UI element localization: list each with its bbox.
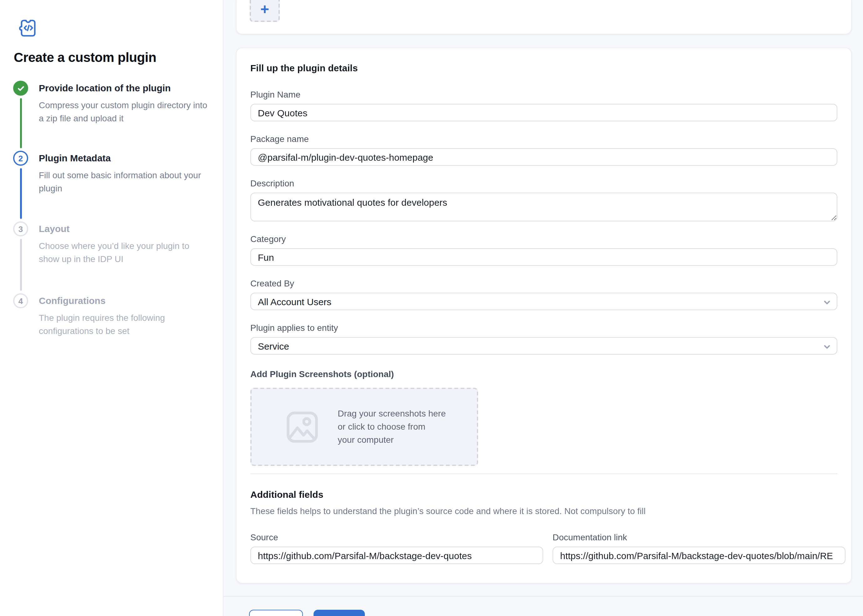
card-heading: Fill up the plugin details — [250, 63, 837, 73]
step-item-plugin-metadata: 2 Plugin Metadata Fill out some basic in… — [13, 151, 210, 195]
code-plugin-logo-icon — [17, 19, 38, 38]
upload-strip-card: + — [236, 0, 852, 35]
entity-label: Plugin applies to entity — [250, 323, 837, 333]
create-custom-plugin-page: Create a custom plugin Provide location … — [0, 0, 863, 616]
wizard-sidebar: Create a custom plugin Provide location … — [0, 0, 224, 616]
description-textarea[interactable]: Generates motivational quotes for develo… — [250, 193, 837, 222]
step-description: Choose where you’d like your plugin to s… — [39, 239, 209, 266]
main-content: + Fill up the plugin details Plugin Name… — [224, 0, 863, 616]
step-description: Fill out some basic information about yo… — [39, 169, 209, 195]
plugin-name-field-group: Plugin Name — [250, 90, 837, 121]
screenshots-dropzone[interactable]: Drag your screenshots here or click to c… — [250, 388, 478, 466]
dropzone-text: Drag your screenshots here or click to c… — [338, 407, 446, 446]
plugin-name-input[interactable] — [250, 104, 837, 121]
documentation-field-group: Documentation link — [553, 532, 846, 564]
additional-fields-heading: Additional fields — [250, 489, 837, 500]
category-label: Category — [250, 234, 837, 244]
wizard-steps: Provide location of the plugin Compress … — [13, 81, 210, 356]
source-label: Source — [250, 532, 543, 542]
screenshots-label: Add Plugin Screenshots (optional) — [250, 369, 837, 379]
image-placeholder-icon — [283, 407, 321, 446]
step-title: Plugin Metadata — [39, 151, 210, 163]
description-field-group: Description Generates motivational quote… — [250, 178, 837, 222]
documentation-input[interactable] — [553, 547, 846, 564]
step-title: Provide location of the plugin — [39, 81, 210, 93]
back-button-label: Back — [271, 614, 293, 616]
package-name-label: Package name — [250, 134, 837, 144]
step-item-configurations: 4 Configurations The plugin requires the… — [13, 293, 210, 338]
step-item-provide-location: Provide location of the plugin Compress … — [13, 81, 210, 125]
section-divider — [250, 473, 837, 474]
next-button[interactable]: Next — [313, 610, 365, 616]
step-number-badge: 4 — [13, 293, 28, 308]
source-field-group: Source — [250, 532, 543, 564]
step-description: Compress your custom plugin directory in… — [39, 99, 209, 125]
created-by-field-group: Created By All Account Users — [250, 278, 837, 310]
step-number-badge: 3 — [13, 222, 28, 236]
category-input[interactable] — [250, 248, 837, 266]
documentation-label: Documentation link — [553, 532, 846, 542]
step-title: Configurations — [39, 293, 210, 306]
step-description: The plugin requires the following config… — [39, 311, 209, 338]
package-name-field-group: Package name — [250, 134, 837, 166]
created-by-select[interactable]: All Account Users — [250, 293, 837, 310]
step-item-layout: 3 Layout Choose where you’d like your pl… — [13, 222, 210, 266]
dropzone-line: or click to choose from — [338, 420, 446, 434]
footer-actions: Back Next — [236, 597, 852, 616]
source-input[interactable] — [250, 547, 543, 564]
entity-field-group: Plugin applies to entity Service — [250, 323, 837, 355]
plus-icon: + — [260, 0, 269, 18]
back-button[interactable]: Back — [249, 610, 303, 616]
description-label: Description — [250, 178, 837, 188]
additional-fields-subtext: These fields helps to understand the plu… — [250, 506, 837, 516]
dropzone-line: Drag your screenshots here — [338, 407, 446, 420]
step-title: Layout — [39, 222, 210, 234]
step-number-badge: 2 — [13, 151, 28, 166]
plugin-details-card: Fill up the plugin details Plugin Name P… — [236, 47, 852, 583]
package-name-input[interactable] — [250, 148, 837, 166]
entity-select[interactable]: Service — [250, 337, 837, 355]
page-title: Create a custom plugin — [14, 50, 210, 65]
check-icon — [17, 84, 25, 92]
dropzone-line: your computer — [338, 434, 446, 446]
plugin-name-label: Plugin Name — [250, 90, 837, 99]
next-button-label: Next — [323, 614, 343, 616]
step-complete-circle — [13, 81, 28, 96]
add-upload-tile-button[interactable]: + — [250, 0, 280, 22]
created-by-label: Created By — [250, 278, 837, 288]
category-field-group: Category — [250, 234, 837, 266]
